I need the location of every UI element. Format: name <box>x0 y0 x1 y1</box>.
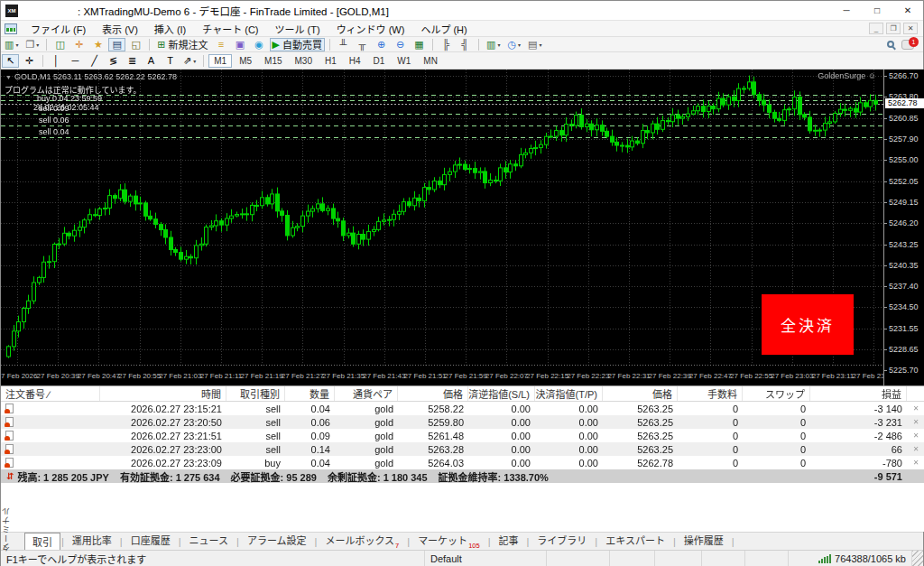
auto-scroll-button[interactable]: ╣ <box>457 38 474 51</box>
column-header-4[interactable]: 通貨ペア <box>335 386 398 401</box>
horizontal-line-tool[interactable]: ─ <box>67 54 84 68</box>
crosshair-nav-button[interactable]: ✛ <box>70 38 88 51</box>
oscillator-window-button[interactable]: ╥ <box>354 38 371 51</box>
new-chart-button[interactable]: ▥▾ <box>2 38 21 51</box>
mdi-restore-button[interactable]: ❐ <box>886 23 901 34</box>
menu-item-0[interactable]: ファイル (F) <box>23 20 94 38</box>
favorites-button[interactable]: ★ <box>89 38 106 51</box>
menu-item-1[interactable]: 表示 (V) <box>94 20 146 38</box>
search-icon[interactable] <box>887 41 894 48</box>
table-row[interactable]: 2026.02.27 23:21:51sell0.09gold5261.480.… <box>1 429 924 442</box>
notifications-icon[interactable]: 1 <box>901 40 914 50</box>
close-all-button[interactable]: 全決済 <box>762 294 854 355</box>
channel-tool[interactable]: ≣ <box>124 54 141 68</box>
tab-口座履歴[interactable]: 口座履歴 <box>124 531 178 550</box>
timeframe-h1[interactable]: H1 <box>319 54 342 68</box>
resize-grip[interactable] <box>912 551 923 566</box>
column-header-0[interactable]: 注文番号 ∕ <box>1 386 100 401</box>
tab-記事[interactable]: 記事 <box>492 531 526 550</box>
timeframe-w1[interactable]: W1 <box>392 54 416 68</box>
menu-item-6[interactable]: ヘルプ (H) <box>412 20 475 38</box>
shapes-tool[interactable]: ⇗▾ <box>180 54 199 68</box>
column-header-2[interactable]: 取引種別 <box>226 386 285 401</box>
autotrading-button[interactable]: ▶自動売買 <box>270 38 325 51</box>
zoom-in-button[interactable]: ⊕ <box>373 38 390 51</box>
menu-item-2[interactable]: 挿入 (I) <box>146 20 194 38</box>
price-tick-label: 5260.85 <box>889 114 919 123</box>
mdi-minimize-button[interactable]: _ <box>869 23 883 34</box>
close-position-icon[interactable]: ✕ <box>907 431 924 440</box>
timeframe-h4[interactable]: H4 <box>344 54 366 68</box>
collapse-triangle-icon[interactable]: ▼ <box>5 74 12 80</box>
close-position-icon[interactable]: ✕ <box>907 445 924 453</box>
mdi-close-button[interactable]: ✕ <box>903 23 918 34</box>
timeframe-m1[interactable]: M1 <box>208 54 232 68</box>
tab-マーケット[interactable]: マーケット105 <box>411 531 487 550</box>
menu-item-3[interactable]: チャート (C) <box>194 20 266 38</box>
tab-運用比率[interactable]: 運用比率 <box>65 531 119 550</box>
tab-取引[interactable]: 取引 <box>24 533 60 550</box>
price-axis[interactable]: 5266.705263.805260.855257.905255.005252.… <box>883 70 924 385</box>
tab-メールボックス[interactable]: メールボックス7 <box>318 531 406 550</box>
column-header-5[interactable]: 価格 <box>398 386 468 401</box>
close-position-icon[interactable]: ✕ <box>907 459 924 467</box>
chart-shift-button[interactable]: ╠ <box>438 38 455 51</box>
data-window-button[interactable]: ◱ <box>127 38 144 51</box>
new-order-button[interactable]: ⊞新規注文 <box>154 38 210 51</box>
indicators-window-button[interactable]: ╨ <box>335 38 352 51</box>
terminal-side-label[interactable]: ターミナル <box>0 493 12 565</box>
text-tool[interactable]: A <box>143 54 160 68</box>
column-header-6[interactable]: 決済逆指値(S/L) <box>468 386 535 401</box>
signals-button[interactable]: ◉ <box>251 38 268 51</box>
column-header-1[interactable]: 時間 <box>100 386 226 401</box>
column-header-3[interactable]: 数量 <box>285 386 335 401</box>
virtual-hosting-button[interactable]: ▣ <box>232 38 249 51</box>
column-header-11[interactable]: 損益 <box>810 386 907 401</box>
crosshair-tool[interactable]: ✛ <box>21 54 38 68</box>
column-header-8[interactable]: 価格 <box>603 386 678 401</box>
table-row[interactable]: 2026.02.27 23:23:00sell0.14gold5263.280.… <box>1 442 924 456</box>
market-depth-button[interactable]: ≡ <box>213 38 230 51</box>
tab-エキスパート[interactable]: エキスパート <box>598 531 672 550</box>
fibonacci-tool[interactable]: ≶ <box>105 54 122 68</box>
tile-windows-button[interactable]: ▦ <box>411 38 428 51</box>
table-row[interactable]: 2026.02.27 23:20:50sell0.06gold5259.800.… <box>1 415 924 429</box>
minimize-button[interactable]: ─ <box>831 1 862 20</box>
tab-アラーム設定[interactable]: アラーム設定 <box>240 531 314 550</box>
column-header-9[interactable]: 手数料 <box>678 386 743 401</box>
close-position-icon[interactable]: ✕ <box>907 418 924 426</box>
profiles-button[interactable]: ❐▾ <box>23 38 42 51</box>
timeframe-mn[interactable]: MN <box>418 54 443 68</box>
menu-item-5[interactable]: ウィンドウ (W) <box>328 20 413 38</box>
vertical-line-tool[interactable]: │ <box>48 54 65 68</box>
timeframe-m15[interactable]: M15 <box>259 54 287 68</box>
cursor-tool[interactable]: ↖ <box>2 54 19 68</box>
menu-item-4[interactable]: ツール (T) <box>267 20 328 38</box>
column-header-7[interactable]: 決済指値(T/P) <box>535 386 603 401</box>
add-indicator-button[interactable]: ▥▾ <box>484 38 503 51</box>
status-profile[interactable]: Default <box>425 551 547 566</box>
trendline-tool[interactable]: ╱ <box>86 54 103 68</box>
timeframe-m30[interactable]: M30 <box>290 54 318 68</box>
tick-chart-button[interactable]: ◫ <box>51 38 69 51</box>
timeframe-m5[interactable]: M5 <box>234 54 257 68</box>
tab-ライブラリ[interactable]: ライブラリ <box>530 531 594 550</box>
market-watch-button[interactable]: ▤ <box>108 38 125 51</box>
connection-status[interactable]: 764388/1065 kb <box>789 551 912 566</box>
zoom-out-button[interactable]: ⊖ <box>392 38 409 51</box>
tab-操作履歴[interactable]: 操作履歴 <box>677 531 731 550</box>
column-header-10[interactable]: スワップ <box>743 386 810 401</box>
template-button[interactable]: ▤▾ <box>525 38 544 51</box>
close-button[interactable]: ✕ <box>892 1 923 20</box>
maximize-button[interactable]: □ <box>862 1 892 20</box>
period-clock-button[interactable]: ◷▾ <box>504 38 523 51</box>
label-tool[interactable]: T <box>162 54 179 68</box>
table-row[interactable]: 2026.02.27 23:15:21sell0.04gold5258.220.… <box>1 402 924 415</box>
table-row[interactable]: 2026.02.27 23:23:09buy0.04gold5264.030.0… <box>1 456 924 469</box>
time-axis[interactable]: 27 Feb 202627 Feb 20:3927 Feb 20:4727 Fe… <box>1 367 883 385</box>
tab-ニュース[interactable]: ニュース <box>182 531 236 550</box>
timeframe-d1[interactable]: D1 <box>368 54 391 68</box>
dropdown-arrow-icon: ▾ <box>36 42 39 48</box>
close-position-icon[interactable]: ✕ <box>907 404 924 413</box>
price-chart-canvas[interactable] <box>1 70 883 366</box>
